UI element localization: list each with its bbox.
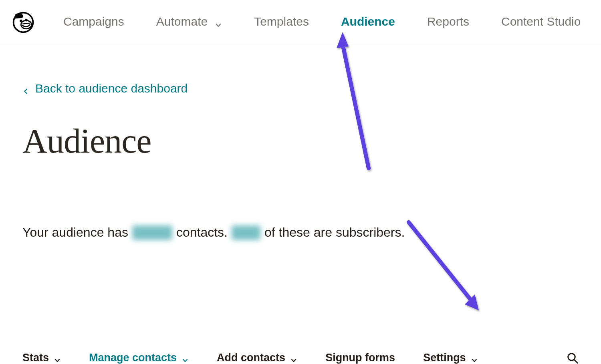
chevron-down-icon — [471, 354, 478, 362]
nav-label: Content Studio — [501, 15, 581, 28]
nav-automate[interactable]: Automate — [156, 15, 222, 28]
chevron-left-icon — [22, 84, 29, 93]
back-link[interactable]: Back to audience dashboard — [22, 82, 188, 95]
nav-reports[interactable]: Reports — [427, 15, 469, 28]
redacted-subscribers-count — [232, 225, 260, 240]
summary-pre: Your audience has — [22, 225, 128, 240]
summary-post: of these are subscribers. — [264, 225, 405, 240]
subtab-label: Signup forms — [325, 352, 395, 364]
subtab-add-contacts[interactable]: Add contacts — [217, 352, 297, 364]
chevron-down-icon — [54, 354, 61, 362]
subtab-signup-forms[interactable]: Signup forms — [325, 352, 395, 364]
search-icon[interactable] — [567, 352, 579, 364]
redacted-contacts-count — [132, 225, 172, 240]
chevron-down-icon — [290, 354, 297, 362]
subtabs-row: Stats Manage contacts Add contacts Signu… — [22, 352, 579, 364]
svg-point-2 — [20, 19, 22, 22]
chevron-down-icon — [182, 354, 189, 362]
main-content: Back to audience dashboard Audience Your… — [0, 43, 601, 240]
audience-summary: Your audience has contacts. of these are… — [22, 225, 579, 240]
subtab-label: Add contacts — [217, 352, 285, 364]
nav-links: Campaigns Automate Templates Audience Re… — [63, 15, 581, 28]
subtab-manage-contacts[interactable]: Manage contacts — [89, 352, 189, 364]
nav-audience[interactable]: Audience — [341, 15, 395, 28]
nav-label: Templates — [254, 15, 309, 28]
back-link-label: Back to audience dashboard — [35, 82, 188, 95]
svg-line-5 — [574, 359, 578, 363]
page-title: Audience — [22, 121, 579, 161]
brand-logo[interactable] — [11, 10, 35, 34]
nav-label: Campaigns — [63, 15, 124, 28]
nav-label: Audience — [341, 15, 395, 28]
subtab-label: Manage contacts — [89, 352, 177, 364]
chevron-down-icon — [215, 18, 222, 25]
subtab-settings[interactable]: Settings — [423, 352, 478, 364]
summary-mid: contacts. — [176, 225, 228, 240]
nav-label: Reports — [427, 15, 469, 28]
freddie-icon — [11, 10, 35, 34]
top-nav: Campaigns Automate Templates Audience Re… — [0, 0, 601, 43]
subtab-stats[interactable]: Stats — [22, 352, 61, 364]
nav-templates[interactable]: Templates — [254, 15, 309, 28]
svg-marker-9 — [465, 294, 479, 310]
subtab-label: Stats — [22, 352, 49, 364]
nav-label: Automate — [156, 15, 208, 28]
svg-point-3 — [25, 18, 28, 21]
nav-content-studio[interactable]: Content Studio — [501, 15, 581, 28]
subtab-label: Settings — [423, 352, 466, 364]
nav-campaigns[interactable]: Campaigns — [63, 15, 124, 28]
